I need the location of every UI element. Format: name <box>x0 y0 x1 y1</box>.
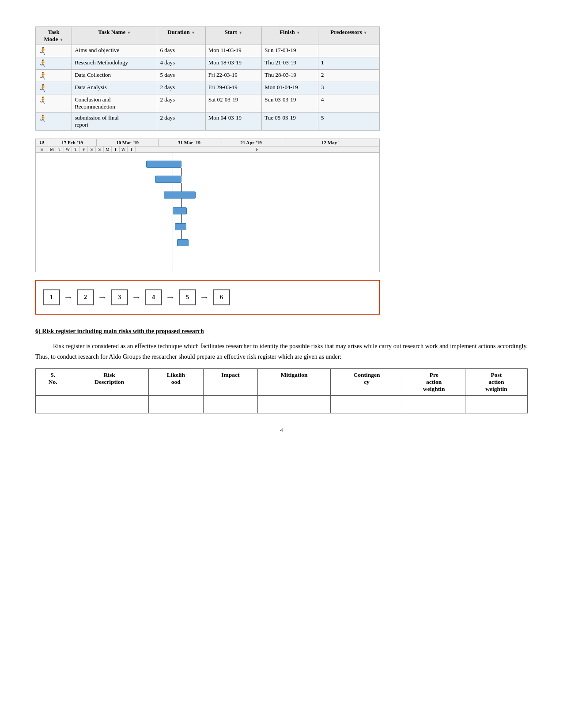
task-finish-cell: Thu 28-03-19 <box>262 70 318 82</box>
flow-step-6: 6 <box>213 289 230 305</box>
risk-col-pre: Preactionweightin <box>403 368 465 395</box>
task-duration-cell: 2 days <box>157 113 205 131</box>
task-finish-cell: Sun 03-03-19 <box>262 94 318 113</box>
flow-arrow-3: → <box>128 292 145 303</box>
risk-col-desc: RiskDescription <box>70 368 149 395</box>
gantt-bar-area <box>36 153 379 272</box>
task-predecessor-cell: 5 <box>318 113 379 131</box>
task-mode-cell: 🏃 <box>36 45 72 57</box>
gantt-bar-1 <box>146 161 181 168</box>
task-mode-icon: 🏃 <box>38 96 47 105</box>
gantt-row: 🏃Data Collection5 daysFri 22-03-19Thu 28… <box>36 70 380 82</box>
task-mode-icon: 🏃 <box>38 84 47 92</box>
flow-arrow-1: → <box>60 292 77 303</box>
task-duration-cell: 2 days <box>157 82 205 94</box>
flow-arrow-2: → <box>94 292 111 303</box>
task-start-cell: Fri 22-03-19 <box>205 70 262 82</box>
task-name-cell: Aims and objective <box>72 45 157 57</box>
flow-step-2: 2 <box>77 289 94 305</box>
task-predecessor-cell: 1 <box>318 57 379 70</box>
gantt-task-table: TaskMode ▼ Task Name ▼ Duration ▼ Start … <box>35 26 380 131</box>
flow-diagram: 1 → 2 → 3 → 4 → 5 → 6 <box>35 280 380 315</box>
task-duration-cell: 2 days <box>157 94 205 113</box>
col-duration: Duration ▼ <box>157 27 205 45</box>
task-finish-cell: Mon 01-04-19 <box>262 82 318 94</box>
task-mode-cell: 🏃 <box>36 113 72 131</box>
gantt-month-header: 19 17 Feb '19 10 Mar '19 31 Mar '19 21 A… <box>36 139 379 146</box>
task-finish-cell: Thu 21-03-19 <box>262 57 318 70</box>
gantt-connectors <box>36 153 379 272</box>
task-mode-cell: 🏃 <box>36 57 72 70</box>
gantt-bar-3 <box>164 191 196 199</box>
col-start: Start ▼ <box>205 27 262 45</box>
gantt-row: 🏃Aims and objective6 daysMon 11-03-19Sun… <box>36 45 380 57</box>
gantt-day-header: S M T W T F S S M T W T F <box>36 146 379 153</box>
risk-col-sno: S.No. <box>36 368 70 395</box>
task-name-cell: submission of final report <box>72 113 157 131</box>
col-predecessors: Predecessors ▼ <box>318 27 379 45</box>
task-start-cell: Sat 02-03-19 <box>205 94 262 113</box>
risk-row-empty <box>36 395 528 413</box>
gantt-row: 🏃submission of final report2 daysMon 04-… <box>36 113 380 131</box>
gantt-row: 🏃Research Methodology4 daysMon 18-03-19T… <box>36 57 380 70</box>
risk-col-contingency: Contingency <box>331 368 403 395</box>
task-start-cell: Fri 29-03-19 <box>205 82 262 94</box>
flow-arrow-5: → <box>196 292 213 303</box>
col-finish: Finish ▼ <box>262 27 318 45</box>
task-mode-cell: 🏃 <box>36 70 72 82</box>
risk-col-mitigation: Mitigation <box>258 368 331 395</box>
risk-col-impact: Impact <box>203 368 258 395</box>
task-predecessor-cell: 2 <box>318 70 379 82</box>
gantt-row: 🏃Data Analysis2 daysFri 29-03-19Mon 01-0… <box>36 82 380 94</box>
col-task-mode: TaskMode ▼ <box>36 27 72 45</box>
section-6-heading: 6) Risk register including main risks wi… <box>35 328 528 335</box>
gantt-chart: 19 17 Feb '19 10 Mar '19 31 Mar '19 21 A… <box>35 139 380 272</box>
flow-arrow-4: → <box>162 292 179 303</box>
task-duration-cell: 4 days <box>157 57 205 70</box>
task-start-cell: Mon 11-03-19 <box>205 45 262 57</box>
gantt-bar-4 <box>173 207 187 214</box>
task-mode-icon: 🏃 <box>38 59 47 68</box>
task-predecessor-cell <box>318 45 379 57</box>
task-duration-cell: 6 days <box>157 45 205 57</box>
task-mode-cell: 🏃 <box>36 94 72 113</box>
gantt-bar-6 <box>177 239 189 246</box>
flow-step-5: 5 <box>179 289 196 305</box>
task-start-cell: Mon 04-03-19 <box>205 113 262 131</box>
task-duration-cell: 5 days <box>157 70 205 82</box>
task-mode-icon: 🏃 <box>38 114 47 123</box>
risk-col-likelihood: Likelihood <box>148 368 203 395</box>
task-name-cell: Data Collection <box>72 70 157 82</box>
task-mode-cell: 🏃 <box>36 82 72 94</box>
task-predecessor-cell: 4 <box>318 94 379 113</box>
col-task-name: Task Name ▼ <box>72 27 157 45</box>
section-6-paragraph: Risk register is considered as an effect… <box>35 341 528 362</box>
risk-register-table: S.No. RiskDescription Likelihood Impact … <box>35 368 528 413</box>
task-mode-icon: 🏃 <box>38 71 47 80</box>
gantt-bar-2 <box>155 176 181 183</box>
task-start-cell: Mon 18-03-19 <box>205 57 262 70</box>
task-finish-cell: Sun 17-03-19 <box>262 45 318 57</box>
task-name-cell: Data Analysis <box>72 82 157 94</box>
risk-col-post: Postactionweightin <box>465 368 527 395</box>
gantt-row: 🏃Conclusion and Recommendetion2 daysSat … <box>36 94 380 113</box>
flow-step-1: 1 <box>43 289 60 305</box>
task-mode-icon: 🏃 <box>38 47 47 55</box>
task-name-cell: Research Methodology <box>72 57 157 70</box>
task-finish-cell: Tue 05-03-19 <box>262 113 318 131</box>
task-name-cell: Conclusion and Recommendetion <box>72 94 157 113</box>
flow-step-4: 4 <box>145 289 162 305</box>
gantt-bar-5 <box>175 223 186 230</box>
task-predecessor-cell: 3 <box>318 82 379 94</box>
flow-step-3: 3 <box>111 289 128 305</box>
page-number: 4 <box>35 427 528 434</box>
